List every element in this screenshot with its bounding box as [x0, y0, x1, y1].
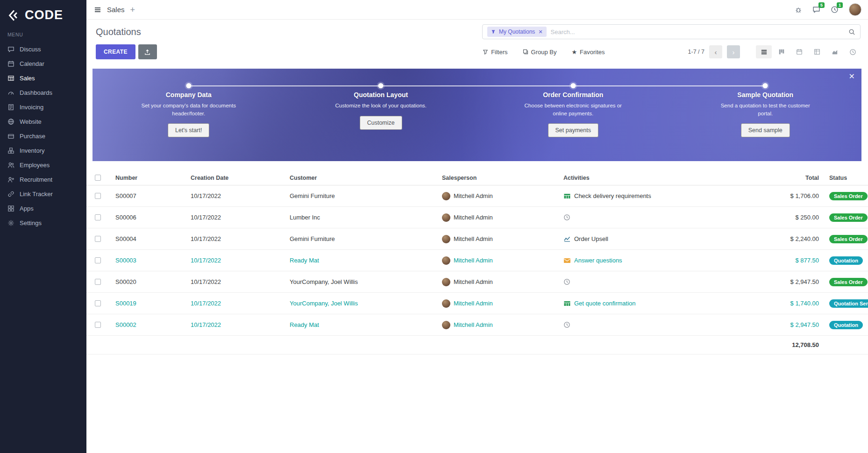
onboarding-step-quotation-layout: Quotation Layout Customize the look of y… [285, 69, 477, 161]
column-header-salesperson[interactable]: Salesperson [434, 175, 557, 181]
top-navbar: Sales + 5 1 [86, 0, 868, 20]
column-header-total[interactable]: Total [768, 175, 824, 181]
customize-button[interactable]: Customize [360, 116, 402, 130]
row-checkbox[interactable] [95, 279, 101, 285]
row-checkbox[interactable] [95, 300, 101, 306]
step-dot [763, 83, 768, 88]
search-filter-chip[interactable]: My Quotations ✕ [487, 27, 547, 37]
activity-cell[interactable]: Get quote confirmation [557, 300, 768, 307]
sidebar-item-invoicing[interactable]: Invoicing [0, 100, 86, 114]
brand-logo-icon [7, 9, 21, 22]
sidebar-item-calendar[interactable]: Calendar [0, 57, 86, 71]
activity-view-button[interactable] [845, 45, 861, 58]
sidebar-item-employees[interactable]: Employees [0, 158, 86, 172]
customer-name: Lumber Inc [280, 214, 434, 221]
send-sample-button[interactable]: Send sample [741, 123, 790, 137]
table-row[interactable]: S00020 10/17/2022 YourCompany, Joel Will… [86, 271, 868, 293]
clock-activity-icon [563, 278, 571, 285]
link-icon [7, 191, 14, 198]
hamburger-menu-icon[interactable] [94, 6, 101, 14]
calendar-view-button[interactable] [791, 45, 807, 58]
activity-cell[interactable] [557, 214, 768, 221]
topbar-right-icons: 5 1 [795, 3, 861, 16]
row-checkbox[interactable] [95, 214, 101, 220]
search-input[interactable] [551, 28, 844, 35]
customer-name: YourCompany, Joel Willis [280, 300, 434, 307]
select-all-checkbox[interactable] [95, 175, 101, 181]
debug-bug-icon[interactable] [795, 6, 802, 14]
table-row[interactable]: S00006 10/17/2022 Lumber Inc Mitchell Ad… [86, 207, 868, 228]
search-bar[interactable]: My Quotations ✕ [482, 24, 861, 39]
graph-view-button[interactable] [827, 45, 843, 58]
pager-next-button[interactable]: › [727, 45, 740, 58]
creation-date: 10/17/2022 [181, 214, 280, 221]
sidebar: CODE MENU Discuss Calendar Sales Dashboa… [0, 0, 86, 453]
sidebar-item-label: Link Tracker [20, 191, 53, 198]
messages-icon[interactable]: 5 [812, 6, 820, 14]
sidebar-item-link-tracker[interactable]: Link Tracker [0, 187, 86, 201]
sidebar-item-dashboards[interactable]: Dashboards [0, 85, 86, 100]
sidebar-item-purchase[interactable]: Purchase [0, 129, 86, 143]
activity-cell[interactable] [557, 321, 768, 328]
user-avatar[interactable] [849, 3, 861, 16]
table-row[interactable]: S00003 10/17/2022 Ready Mat Mitchell Adm… [86, 250, 868, 271]
step-description: Send a quotation to test the customer po… [715, 102, 816, 117]
sidebar-item-apps[interactable]: Apps [0, 201, 86, 216]
sidebar-item-label: Dashboards [20, 89, 52, 96]
creation-date: 10/17/2022 [181, 321, 280, 328]
step-description: Customize the look of your quotations. [335, 102, 427, 110]
table-row[interactable]: S00004 10/17/2022 Gemini Furniture Mitch… [86, 228, 868, 250]
row-checkbox[interactable] [95, 193, 101, 199]
sidebar-item-label: Settings [20, 219, 42, 226]
salesperson-avatar [442, 278, 450, 286]
sidebar-item-discuss[interactable]: Discuss [0, 42, 86, 57]
sidebar-item-inventory[interactable]: Inventory [0, 143, 86, 158]
sidebar-item-sales[interactable]: Sales [0, 71, 86, 85]
column-header-status[interactable]: Status [824, 175, 868, 181]
activity-cell[interactable] [557, 278, 768, 285]
list-view-button[interactable] [756, 45, 772, 58]
pivot-view-button[interactable] [809, 45, 825, 58]
activity-cell[interactable]: Check delivery requirements [557, 192, 768, 200]
step-description: Set your company's data for documents he… [138, 102, 239, 117]
pager-previous-button[interactable]: ‹ [709, 45, 722, 58]
filters-button[interactable]: Filters [483, 49, 507, 56]
sidebar-item-website[interactable]: Website [0, 114, 86, 129]
app-title[interactable]: Sales [107, 6, 125, 14]
activity-cell[interactable]: Order Upsell [557, 235, 768, 243]
sidebar-item-settings[interactable]: Settings [0, 216, 86, 230]
row-checkbox[interactable] [95, 322, 101, 328]
chat-icon [7, 46, 14, 53]
salesperson-avatar [442, 235, 450, 243]
brand-logo[interactable]: CODE [0, 0, 86, 31]
favorites-button[interactable]: ★ Favorites [571, 49, 605, 56]
export-button[interactable] [138, 44, 157, 59]
activity-cell[interactable]: Answer questions [557, 257, 768, 264]
table-row[interactable]: S00019 10/17/2022 YourCompany, Joel Will… [86, 293, 868, 314]
column-header-customer[interactable]: Customer [280, 175, 434, 181]
sidebar-item-recruitment[interactable]: Recruitment [0, 172, 86, 187]
graph-view-icon [832, 49, 839, 56]
activity-label: Check delivery requirements [574, 192, 651, 199]
kanban-view-button[interactable] [774, 45, 790, 58]
activity-clock-icon[interactable]: 1 [831, 6, 839, 14]
table-row[interactable]: S00002 10/17/2022 Ready Mat Mitchell Adm… [86, 314, 868, 336]
column-header-activities[interactable]: Activities [557, 175, 768, 181]
search-icon[interactable] [848, 28, 855, 35]
create-button[interactable]: CREATE [96, 44, 135, 59]
sidebar-item-label: Apps [20, 205, 34, 212]
remove-filter-icon[interactable]: ✕ [538, 29, 542, 35]
row-checkbox[interactable] [95, 257, 101, 263]
envelope-activity-icon [563, 257, 571, 264]
menu-section-label: MENU [0, 31, 86, 42]
group-by-button[interactable]: Group By [523, 49, 557, 56]
add-tab-icon[interactable]: + [130, 6, 135, 14]
table-row[interactable]: S00007 10/17/2022 Gemini Furniture Mitch… [86, 185, 868, 207]
row-checkbox[interactable] [95, 236, 101, 242]
set-payments-button[interactable]: Set payments [548, 123, 598, 137]
column-header-creation-date[interactable]: Creation Date [181, 175, 280, 181]
star-icon: ★ [571, 49, 577, 56]
salesperson-name: Mitchell Admin [454, 300, 493, 307]
column-header-number[interactable]: Number [109, 175, 181, 181]
lets-start-button[interactable]: Let's start! [168, 123, 209, 137]
